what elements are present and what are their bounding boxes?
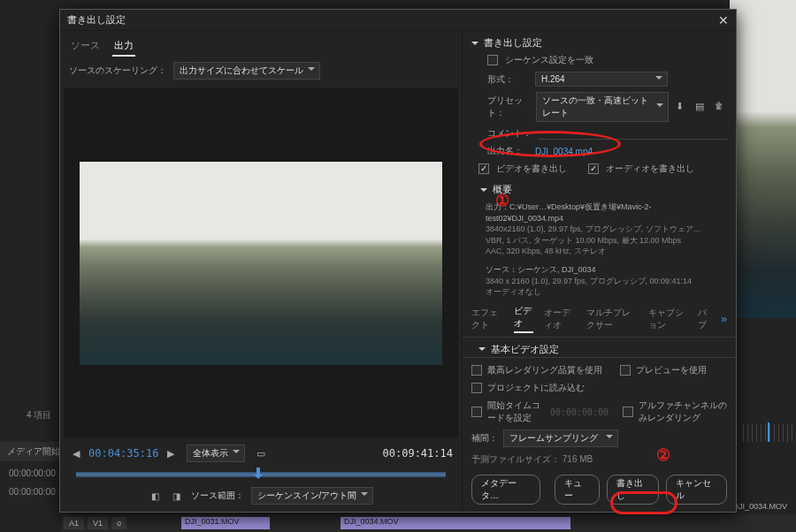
scaling-label: ソースのスケーリング： [69,65,166,77]
tab-publish[interactable]: パブ [698,307,711,331]
comments-input[interactable] [539,127,727,140]
save-preset-icon[interactable] [695,101,708,113]
next-frame-icon[interactable]: ▶ [164,446,178,460]
zoom-fit-dropdown[interactable]: 全体表示 [187,445,245,462]
tab-audio[interactable]: オーディオ [544,307,576,331]
interpolation-label: 補間： [471,432,498,445]
current-timecode[interactable]: 00:04:35:16 [88,447,158,460]
comments-label: コメント： [487,127,532,140]
timeline-track[interactable]: A1 V1 o DJI_0031.MOV DJI_0034.MOV [62,514,796,532]
preset-dropdown[interactable]: ソースの一致・高速ビットレート [536,92,669,122]
use-previews-checkbox[interactable] [620,365,631,376]
source-range-label: ソース範囲： [191,490,244,502]
delete-preset-icon[interactable] [715,101,727,113]
bin-tc-2: 00:00:00:00 [9,487,56,497]
export-audio-label: オーディオを書き出し [606,163,694,175]
timeline-ruler[interactable] [743,424,796,442]
metadata-button[interactable]: メタデータ… [471,475,540,505]
tabs-scroll-right-icon[interactable]: » [721,313,727,325]
track-a1-label[interactable]: A1 [64,517,84,529]
track-toggle[interactable]: o [111,517,126,529]
set-out-icon[interactable]: ◨ [170,489,184,503]
bin-item-count: 4 項目 [27,409,51,422]
alpha-only-checkbox[interactable] [623,407,633,417]
program-monitor-bg [730,0,796,318]
format-label: 形式： [487,73,528,86]
import-project-checkbox[interactable] [471,383,482,393]
tab-captions[interactable]: キャプション [648,307,687,331]
chevron-down-icon[interactable] [480,188,487,195]
scrub-bar[interactable] [76,467,446,482]
alpha-only-label: アルファチャンネルのみレンダリング [639,399,727,424]
start-timecode-checkbox[interactable] [471,407,482,417]
queue-button[interactable]: キュー [555,475,599,505]
tab-effects[interactable]: エフェクト [471,307,503,331]
timeline-clip-1[interactable]: DJI_0031.MOV [181,517,270,529]
use-previews-label: プレビューを使用 [636,364,707,376]
tab-source[interactable]: ソース [69,36,102,57]
bin-timecodes: 00:00:00:00 00:00:00:00 [9,468,56,505]
aspect-icon[interactable]: ▭ [254,446,268,460]
export-settings-header: 書き出し設定 [484,36,542,49]
summary-output: 出力：C:¥User…¥Desktop¥仮置き場¥Mavic-2-test02¥… [463,198,736,261]
prev-frame-icon[interactable]: ◀ [69,446,83,460]
match-sequence-checkbox[interactable] [487,55,498,65]
bin-tc-1: 00:00:00:00 [9,468,56,478]
tab-multiplexer[interactable]: マルチプレクサー [586,307,638,331]
timeline-clip-2[interactable]: DJI_0034.MOV [341,517,570,529]
dialog-title: 書き出し設定 [67,13,126,27]
export-audio-checkbox[interactable] [588,163,599,174]
duration-timecode: 00:09:41:14 [383,447,453,460]
summary-source: ソース：シーケンス, DJI_0034 3840 x 2160 (1.0), 2… [463,261,736,301]
chevron-down-icon[interactable] [471,42,478,49]
estimate-value: 716 MB [563,454,593,464]
timeline-playhead[interactable] [768,422,769,442]
scrub-playhead[interactable] [254,467,263,480]
source-range-dropdown[interactable]: シーケンスイン/アウト間 [251,487,374,505]
settings-panel: 書き出し設定 シーケンス設定を一致 形式： H.264 プリセット： ソースの一… [463,31,736,512]
output-name-link[interactable]: DJI_0034.mp4 [535,147,593,156]
interpolation-dropdown[interactable]: フレームサンプリング [503,429,618,447]
export-video-checkbox[interactable] [478,163,489,174]
export-video-label: ビデオを書き出し [496,163,567,175]
match-sequence-label: シーケンス設定を一致 [505,54,593,66]
basic-video-header: 基本ビデオ設定 [491,343,559,356]
set-in-icon[interactable]: ◧ [149,489,163,503]
cancel-button[interactable]: キャンセル [666,475,727,505]
track-v1-label[interactable]: V1 [88,517,108,529]
preview-viewport [64,88,458,437]
start-timecode-label: 開始タイムコードを設定 [487,399,545,424]
tab-video[interactable]: ビデオ [514,305,533,333]
summary-header: 概要 [493,183,512,196]
media-start-label: メディア開始 [0,442,67,461]
preview-panel: ソース 出力 ソースのスケーリング： 出力サイズに合わせてスケール ◀ 00:0… [60,31,463,512]
dialog-titlebar[interactable]: 書き出し設定 ✕ [60,10,736,31]
import-preset-icon[interactable] [676,101,688,113]
start-timecode-value[interactable]: 00:00:00:00 [550,407,608,417]
import-project-label: プロジェクトに読み込む [487,382,585,394]
estimate-label: 予測ファイルサイズ： [471,454,560,464]
export-button[interactable]: 書き出し [607,475,660,505]
max-render-label: 最高レンダリング品質を使用 [487,364,602,376]
scaling-dropdown[interactable]: 出力サイズに合わせてスケール [173,62,320,80]
chevron-down-icon[interactable] [478,347,486,354]
preset-label: プリセット： [487,95,529,119]
format-dropdown[interactable]: H.264 [535,72,668,87]
preview-frame [80,162,442,365]
close-icon[interactable]: ✕ [718,13,729,27]
output-name-label: 出力名： [487,145,528,157]
export-settings-dialog: 書き出し設定 ✕ ソース 出力 ソースのスケーリング： 出力サイズに合わせてスケ… [59,9,737,513]
tab-output[interactable]: 出力 [112,36,135,57]
max-render-checkbox[interactable] [471,365,482,376]
